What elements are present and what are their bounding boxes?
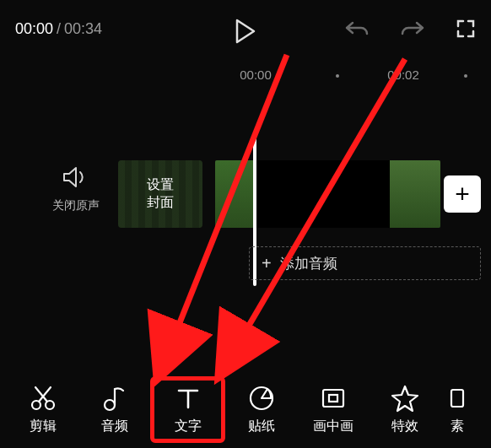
fullscreen-icon[interactable]: [456, 19, 476, 39]
video-editor-screen: 00:00 / 00:34 00:00 00:02: [0, 0, 491, 448]
total-time: 00:34: [64, 20, 102, 38]
ruler-dot: [336, 74, 339, 78]
ruler-dot: [464, 74, 467, 78]
speaker-icon: [62, 165, 90, 190]
set-cover-tile[interactable]: 设置 封面: [118, 160, 202, 228]
svg-point-2: [105, 400, 115, 410]
tool-audio[interactable]: 音频: [78, 384, 150, 435]
plus-icon: +: [262, 254, 272, 273]
mute-original-sound[interactable]: 关闭原声: [52, 165, 100, 213]
top-right-controls: [344, 19, 476, 39]
video-clip-strip[interactable]: [215, 160, 440, 228]
tool-label: 特效: [391, 418, 418, 435]
time-separator: /: [57, 20, 61, 38]
play-controls: [235, 19, 256, 44]
bottom-tool-bar: 剪辑 音频 文字 贴纸 画中画: [0, 370, 491, 448]
current-time: 00:00: [15, 20, 53, 38]
tool-label: 素: [451, 418, 464, 435]
svg-rect-5: [329, 395, 337, 402]
tool-label: 画中画: [313, 418, 353, 435]
text-icon: [174, 384, 202, 413]
tool-label: 文字: [175, 418, 202, 435]
plus-icon: +: [455, 180, 470, 208]
tool-text[interactable]: 文字: [150, 376, 225, 443]
tool-label: 音频: [101, 418, 128, 435]
sticker-icon: [247, 384, 276, 413]
clip-thumb: [390, 160, 440, 228]
timeline-ruler[interactable]: 00:00 00:02: [0, 66, 491, 89]
tool-label: 贴纸: [248, 418, 275, 435]
material-icon: [449, 384, 466, 413]
star-icon: [391, 384, 419, 413]
tool-pip[interactable]: 画中画: [297, 384, 369, 435]
add-clip-button[interactable]: +: [444, 175, 481, 213]
clip-thumb: [256, 160, 390, 228]
clip-thumb: [215, 160, 256, 228]
tool-sticker[interactable]: 贴纸: [225, 384, 297, 435]
top-bar: 00:00 / 00:34: [0, 0, 491, 57]
svg-rect-4: [323, 390, 343, 407]
cover-label: 设置 封面: [147, 176, 174, 212]
mute-label: 关闭原声: [52, 198, 100, 213]
time-readout: 00:00 / 00:34: [15, 20, 102, 38]
tool-material[interactable]: 素: [440, 384, 474, 435]
music-note-icon: [100, 384, 129, 413]
undo-icon[interactable]: [344, 19, 370, 38]
add-audio-row[interactable]: + 添加音频: [249, 246, 481, 280]
clip-strip-area: 关闭原声 设置 封面 +: [0, 160, 491, 240]
redo-icon[interactable]: [400, 19, 425, 38]
add-audio-label: 添加音频: [280, 254, 337, 273]
tool-fx[interactable]: 特效: [369, 384, 440, 435]
pip-icon: [319, 384, 348, 413]
ruler-tick-1: 00:02: [387, 67, 419, 82]
tool-label: 剪辑: [30, 418, 57, 435]
scissors-icon: [29, 384, 57, 413]
tool-edit[interactable]: 剪辑: [7, 384, 78, 435]
svg-rect-6: [451, 390, 463, 407]
ruler-tick-0: 00:00: [240, 67, 272, 82]
play-icon[interactable]: [235, 19, 256, 44]
